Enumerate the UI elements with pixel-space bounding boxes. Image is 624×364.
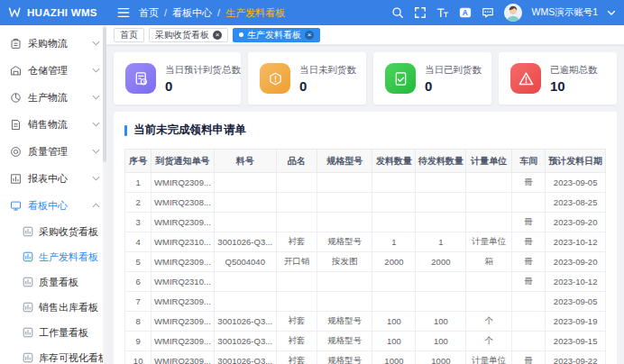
- delivery-note-icon: [133, 71, 149, 86]
- stat-card-value: 0: [425, 78, 482, 94]
- breadcrumb-item[interactable]: 生产发料看板: [225, 6, 285, 20]
- stat-card-value: 10: [550, 78, 598, 94]
- sidebar-scrollbar-thumb[interactable]: [103, 27, 106, 162]
- table-cell: 2023-09-15: [546, 332, 606, 351]
- tab-label: 首页: [120, 29, 138, 41]
- table-cell: [276, 213, 317, 232]
- table-cell: 开口销: [276, 252, 317, 272]
- logo-icon: [8, 6, 23, 19]
- chevron-up-icon: [92, 202, 100, 210]
- breadcrumb-item[interactable]: 首页: [139, 6, 159, 20]
- pending-requests-table: 序号到货通知单号料号品名规格型号发料数量待发料数量计量单位车间预计发料日期 1W…: [124, 149, 606, 364]
- sidebar-subitem[interactable]: 采购收货看板: [0, 219, 106, 244]
- sidebar-item[interactable]: 采购物流: [0, 30, 106, 57]
- table-row: 5WMIRQ2309...Q5004040开口销按发图20002000箱冊202…: [125, 252, 606, 272]
- user-name[interactable]: WMS演示账号1: [532, 6, 599, 19]
- table-cell: [276, 173, 317, 193]
- stat-card-label: 已逾期总数: [550, 64, 598, 77]
- table-cell: 3001026-Q3...: [214, 312, 276, 332]
- chevron-down-icon[interactable]: [608, 11, 615, 15]
- sidebar-subitem[interactable]: 工作量看板: [0, 320, 106, 345]
- column-header: 品名: [276, 150, 317, 173]
- table-cell: [317, 292, 372, 312]
- sidebar-scrollbar[interactable]: [103, 25, 106, 364]
- table-row: 1WMIRQ2309...冊2023-09-05: [125, 173, 606, 193]
- panel-title-text: 当前未完成领料申请单: [133, 123, 246, 138]
- tab-close-icon[interactable]: ×: [305, 31, 314, 40]
- breadcrumb: 首页/看板中心/生产发料看板: [139, 6, 285, 20]
- tab[interactable]: 首页: [114, 28, 144, 42]
- table-row: 10WMIRQ2309...3001026-Q3...衬套规格型号1000100…: [125, 351, 606, 364]
- tabs-bar: 首页采购收货看板×生产发料看板×: [106, 25, 624, 45]
- sales-icon: [10, 119, 22, 131]
- tab[interactable]: 采购收货看板×: [149, 28, 228, 42]
- logo-text: HUAZHI WMS: [27, 7, 97, 18]
- box-alert-icon: [268, 71, 283, 86]
- table-cell: WMIRQ2309...: [151, 351, 214, 364]
- table-cell: 衬套: [276, 312, 317, 332]
- breadcrumb-separator: /: [217, 7, 220, 18]
- chevron-down-icon: [92, 148, 100, 156]
- table-cell: 3: [125, 213, 151, 232]
- table-cell: [317, 213, 372, 232]
- tab-close-icon[interactable]: ×: [213, 31, 222, 40]
- kanban-chart-icon: [23, 302, 33, 313]
- table-cell: [276, 193, 317, 213]
- sidebar-item[interactable]: 仓储管理: [0, 57, 106, 84]
- kanban-chart-icon: [23, 352, 33, 363]
- table-cell: 2023-09-22: [546, 351, 606, 364]
- table-cell: 9: [125, 332, 151, 351]
- stat-card-value: 0: [165, 78, 241, 94]
- table-cell: 冊: [512, 213, 546, 232]
- sidebar-item[interactable]: 销售物流: [0, 111, 106, 138]
- table-cell: [276, 272, 317, 292]
- sidebar-subitem-label: 库存可视化看板: [39, 351, 106, 364]
- svg-text:A: A: [462, 8, 467, 17]
- fullscreen-icon[interactable]: [414, 6, 427, 19]
- table-row: 4WMIRQ2310...3001026-Q3...衬套规格型号11计量单位冊2…: [125, 232, 606, 252]
- sidebar-item[interactable]: 报表中心: [0, 165, 106, 192]
- sidebar-item[interactable]: 看板中心: [0, 192, 106, 219]
- table-cell: 规格型号: [317, 332, 372, 351]
- sidebar-subitem[interactable]: 销售出库看板: [0, 295, 106, 320]
- chevron-down-icon: [92, 67, 100, 75]
- table-cell: 1000: [416, 351, 466, 364]
- table-cell: 个: [466, 332, 512, 351]
- table-cell: 2023-08-25: [546, 193, 606, 213]
- stat-card-text: 已逾期总数10: [550, 64, 598, 94]
- sidebar-subitem-label: 工作量看板: [39, 326, 106, 340]
- tab[interactable]: 生产发料看板×: [233, 28, 320, 42]
- sidebar-subitem[interactable]: 质量看板: [0, 269, 106, 295]
- kanban-chart-icon: [23, 277, 33, 287]
- sidebar-item[interactable]: 生产物流: [0, 84, 106, 111]
- sidebar-item-label: 销售物流: [28, 118, 92, 132]
- sidebar-item[interactable]: 质量管理: [0, 138, 106, 165]
- table-cell: 8: [125, 312, 151, 332]
- column-header: 预计发料日期: [546, 150, 606, 173]
- table-cell: 衬套: [276, 232, 317, 252]
- search-icon[interactable]: [391, 6, 404, 19]
- app-logo[interactable]: HUAZHI WMS: [0, 6, 106, 19]
- sidebar-toggle-icon[interactable]: [117, 6, 130, 19]
- stat-card: 当日未到货数0: [248, 52, 366, 105]
- table-cell: 3001026-Q3...: [214, 232, 276, 252]
- table-cell: 2000: [372, 252, 416, 272]
- table-cell: 2023-09-05: [546, 292, 606, 312]
- breadcrumb-item[interactable]: 看板中心: [172, 6, 212, 20]
- chevron-down-icon: [92, 40, 100, 48]
- sidebar-subitem[interactable]: 库存可视化看板: [0, 345, 106, 364]
- table-cell: 5: [125, 252, 151, 272]
- translate-icon[interactable]: A: [459, 6, 472, 19]
- sidebar-subitem[interactable]: 生产发料看板: [0, 244, 106, 269]
- sidebar-item-label: 质量管理: [28, 145, 92, 159]
- table-cell: 10: [125, 351, 151, 364]
- kanban-chart-icon: [23, 226, 33, 237]
- message-icon[interactable]: [482, 6, 494, 19]
- table-cell: [416, 173, 466, 193]
- font-size-icon[interactable]: [436, 6, 449, 19]
- column-header: 车间: [512, 150, 546, 173]
- stat-card-text: 当日已到货数0: [425, 64, 482, 94]
- stat-card-label: 当日已到货数: [425, 64, 482, 77]
- user-avatar[interactable]: [504, 4, 522, 22]
- table-row: 6WMIRQ2310...冊2023-10-12: [125, 272, 606, 292]
